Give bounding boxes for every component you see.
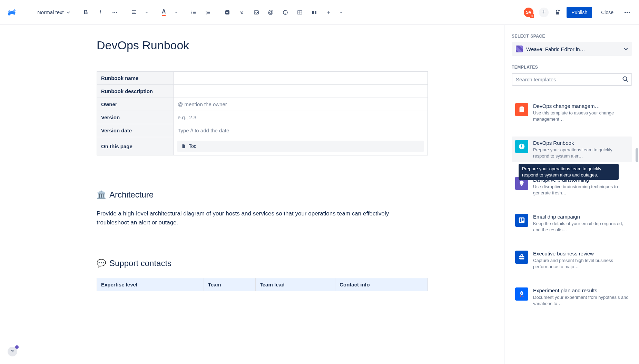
- italic-button[interactable]: I: [97, 9, 104, 16]
- architecture-heading[interactable]: 🏛️ Architecture: [97, 190, 484, 200]
- template-description: Capture and present high level business …: [533, 257, 629, 270]
- meta-value[interactable]: e.g., 2.3: [174, 111, 428, 124]
- table-header: Team: [204, 278, 255, 291]
- meta-label: Owner: [97, 98, 174, 111]
- svg-rect-23: [520, 219, 522, 222]
- template-description: Prepare your operations team to quickly …: [533, 147, 629, 159]
- template-title: DevOps Runbook: [533, 140, 629, 146]
- chevron-down-icon: [340, 11, 343, 14]
- template-item[interactable]: DevOps change managem…Use this template …: [512, 100, 632, 125]
- space-icon: [516, 46, 523, 52]
- architecture-body[interactable]: Provide a high-level architectural diagr…: [97, 209, 414, 228]
- template-description: Keep the details of your email drip orga…: [533, 221, 629, 233]
- svg-rect-22: [519, 218, 525, 223]
- meta-value[interactable]: [174, 72, 428, 85]
- template-title: DevOps change managem…: [533, 103, 629, 109]
- svg-point-10: [284, 11, 285, 12]
- template-search: [512, 73, 632, 86]
- svg-text:3: 3: [206, 13, 207, 15]
- svg-rect-18: [520, 107, 523, 108]
- template-title: Experiment plan and results: [533, 287, 629, 293]
- templates-label: TEMPLATES: [512, 65, 632, 70]
- briefcase-icon: [515, 251, 528, 264]
- chevron-down-icon: [145, 11, 148, 14]
- template-title: Executive business review: [533, 251, 629, 256]
- text-color-button[interactable]: A: [160, 9, 167, 16]
- close-button[interactable]: Close: [598, 7, 617, 18]
- bank-icon: 🏛️: [97, 190, 106, 199]
- svg-point-9: [283, 10, 287, 14]
- user-avatar[interactable]: SV s: [524, 8, 533, 17]
- editor-toolbar: Normal text B I A 123: [0, 0, 639, 25]
- invite-user-button[interactable]: +: [539, 8, 549, 17]
- clipboard-icon: [515, 103, 528, 116]
- more-formatting-button[interactable]: [111, 9, 118, 16]
- scrollbar-thumb[interactable]: [636, 148, 638, 162]
- svg-rect-14: [315, 11, 316, 14]
- align-button[interactable]: [131, 9, 138, 16]
- template-list: DevOps change managem…Use this template …: [512, 100, 632, 310]
- restrictions-icon[interactable]: [554, 9, 561, 16]
- meta-label: Version: [97, 111, 174, 124]
- help-button[interactable]: ?: [8, 347, 17, 356]
- svg-point-11: [286, 11, 286, 12]
- meta-value[interactable]: Toc: [174, 137, 428, 155]
- support-contacts-table[interactable]: Expertise levelTeamTeam leadContact info: [97, 278, 428, 291]
- speech-bubble-icon: 💬: [97, 259, 106, 268]
- link-button[interactable]: [238, 9, 245, 16]
- svg-point-0: [191, 10, 192, 11]
- search-input[interactable]: [512, 73, 632, 86]
- svg-rect-15: [556, 12, 559, 14]
- bold-button[interactable]: B: [82, 9, 89, 16]
- meta-label: Version date: [97, 124, 174, 137]
- templates-sidebar: SELECT SPACE Weave: Fabric Editor in… TE…: [504, 25, 639, 364]
- select-space-label: SELECT SPACE: [512, 34, 632, 39]
- support-heading[interactable]: 💬 Support contacts: [97, 259, 484, 268]
- svg-point-2: [191, 13, 192, 14]
- toc-macro[interactable]: Toc: [177, 141, 424, 152]
- chevron-down-icon: [624, 47, 628, 51]
- search-icon[interactable]: [622, 75, 629, 84]
- metadata-table[interactable]: Runbook nameRunbook descriptionOwner@ me…: [97, 71, 428, 155]
- template-description: Use disruptive brainstorming techniques …: [533, 184, 629, 196]
- svg-rect-13: [312, 11, 314, 14]
- meta-label: Runbook description: [97, 85, 174, 98]
- more-actions-button[interactable]: [622, 10, 632, 15]
- text-style-select[interactable]: Normal text: [37, 9, 70, 15]
- template-description: Use this template to assess your change …: [533, 110, 629, 122]
- template-item[interactable]: DevOps RunbookPrepare your operations te…: [512, 136, 632, 162]
- layouts-button[interactable]: [311, 9, 318, 16]
- insert-more-button[interactable]: +: [325, 9, 332, 16]
- image-button[interactable]: [253, 9, 260, 16]
- svg-rect-24: [522, 219, 524, 221]
- confluence-logo-icon[interactable]: [7, 8, 17, 17]
- bullet-list-button[interactable]: [190, 9, 197, 16]
- meta-value[interactable]: [174, 85, 428, 98]
- template-item[interactable]: Email drip campaignKeep the details of y…: [512, 210, 632, 236]
- space-selector[interactable]: Weave: Fabric Editor in…: [512, 42, 632, 56]
- template-tooltip: Prepare your operations team to quickly …: [519, 164, 619, 180]
- meta-label: On this page: [97, 137, 174, 155]
- svg-rect-17: [520, 107, 524, 112]
- meta-label: Runbook name: [97, 72, 174, 85]
- alert-icon: [515, 140, 528, 153]
- trello-icon: [515, 214, 528, 227]
- checkbox-button[interactable]: [224, 9, 231, 16]
- table-button[interactable]: [296, 9, 303, 16]
- svg-point-16: [623, 77, 627, 80]
- avatar-badge: s: [530, 14, 534, 18]
- meta-value[interactable]: Type // to add the date: [174, 124, 428, 137]
- page-title[interactable]: DevOps Runbook: [97, 39, 484, 52]
- mention-button[interactable]: @: [267, 9, 274, 16]
- template-item[interactable]: Executive business reviewCapture and pre…: [512, 247, 632, 273]
- chevron-down-icon: [175, 11, 178, 14]
- emoji-button[interactable]: [282, 9, 289, 16]
- template-description: Document your experiment from hypothesis…: [533, 294, 629, 306]
- publish-button[interactable]: Publish: [567, 7, 592, 18]
- template-title: Email drip campaign: [533, 214, 629, 220]
- template-item[interactable]: Experiment plan and resultsDocument your…: [512, 284, 632, 310]
- svg-point-26: [521, 293, 522, 294]
- editor-canvas[interactable]: DevOps Runbook Runbook nameRunbook descr…: [0, 25, 504, 364]
- meta-value[interactable]: @ mention the owner: [174, 98, 428, 111]
- numbered-list-button[interactable]: 123: [205, 9, 212, 16]
